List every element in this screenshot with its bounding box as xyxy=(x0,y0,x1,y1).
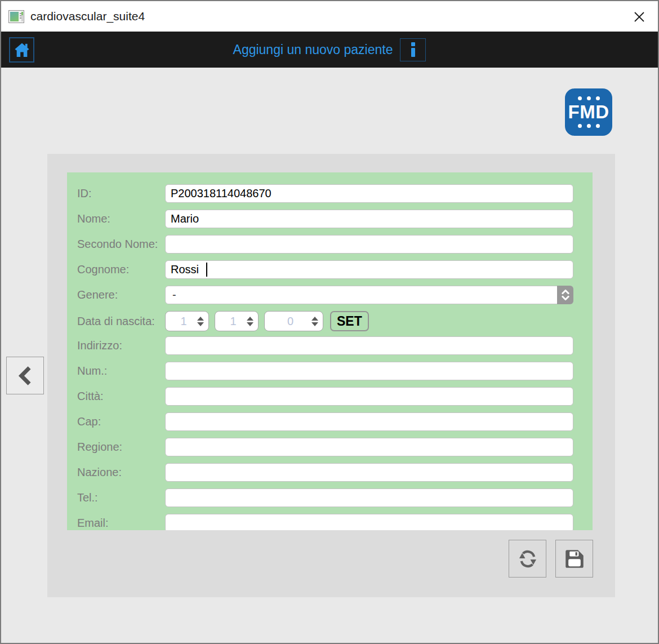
set-button[interactable]: SET xyxy=(330,311,369,331)
chevron-down-icon xyxy=(561,295,570,300)
fmd-logo: FMD xyxy=(565,88,612,136)
form-row-citta: Città: xyxy=(67,387,593,406)
app-window: cardiovascular_suite4 Aggiungi un nuovo … xyxy=(0,0,659,644)
cognome-input-wrap xyxy=(165,260,573,279)
patient-form: ID: Nome: Secondo Nome: Cognome: Genere: xyxy=(67,172,593,530)
header-bar: Aggiungi un nuovo paziente xyxy=(1,32,658,68)
secondo-nome-input[interactable] xyxy=(165,235,573,254)
logo-dots-bottom xyxy=(578,124,600,128)
form-row-nazione: Nazione: xyxy=(67,463,593,482)
page-title: Aggiungi un nuovo paziente xyxy=(233,42,393,57)
form-row-genere: Genere: - xyxy=(67,286,593,304)
chevron-up-icon xyxy=(561,290,570,295)
month-spinner[interactable]: 1 xyxy=(215,311,259,331)
email-input[interactable] xyxy=(165,514,573,530)
logo-dots-top xyxy=(578,96,600,100)
info-icon xyxy=(411,42,415,46)
genere-select[interactable]: - xyxy=(165,286,573,304)
header-center: Aggiungi un nuovo paziente xyxy=(1,32,658,68)
form-row-nome: Nome: xyxy=(67,210,593,228)
num-label: Num.: xyxy=(67,365,165,377)
form-row-data-nascita: Data di nascita: 1 1 0 SET xyxy=(67,311,593,331)
logo-text: FMD xyxy=(568,103,609,122)
regione-label: Regione: xyxy=(67,441,165,454)
citta-label: Città: xyxy=(67,390,165,403)
spinner-arrows-icon[interactable] xyxy=(311,317,318,326)
id-input[interactable] xyxy=(165,184,573,203)
close-icon xyxy=(633,10,646,24)
year-value: 0 xyxy=(269,315,311,328)
tel-label: Tel.: xyxy=(67,491,165,504)
content-panel: ID: Nome: Secondo Nome: Cognome: Genere: xyxy=(47,154,615,597)
form-row-tel: Tel.: xyxy=(67,488,593,507)
citta-input[interactable] xyxy=(165,387,573,406)
form-row-regione: Regione: xyxy=(67,438,593,456)
year-spinner[interactable]: 0 xyxy=(264,311,323,331)
form-row-cap: Cap: xyxy=(67,412,593,431)
cap-input[interactable] xyxy=(165,412,573,431)
secondo-nome-label: Secondo Nome: xyxy=(67,238,165,251)
title-bar: cardiovascular_suite4 xyxy=(1,1,658,32)
back-button[interactable] xyxy=(6,357,44,394)
day-value: 1 xyxy=(170,315,197,328)
cap-label: Cap: xyxy=(67,415,165,428)
cognome-input[interactable] xyxy=(165,260,573,279)
month-value: 1 xyxy=(220,315,247,328)
spinner-arrows-icon[interactable] xyxy=(197,317,204,326)
cognome-label: Cognome: xyxy=(67,263,165,276)
tel-input[interactable] xyxy=(165,488,573,507)
app-icon xyxy=(8,10,24,23)
form-row-email: Email: xyxy=(67,514,593,530)
form-row-secondo-nome: Secondo Nome: xyxy=(67,235,593,254)
nome-label: Nome: xyxy=(67,212,165,225)
genere-label: Genere: xyxy=(67,288,165,301)
regione-input[interactable] xyxy=(165,438,573,456)
indirizzo-label: Indirizzo: xyxy=(67,339,165,352)
id-label: ID: xyxy=(67,187,165,200)
save-icon xyxy=(563,547,586,571)
window-title: cardiovascular_suite4 xyxy=(30,10,145,23)
form-row-cognome: Cognome: xyxy=(67,260,593,279)
indirizzo-input[interactable] xyxy=(165,336,573,355)
spinner-arrows-icon[interactable] xyxy=(247,317,253,326)
refresh-icon xyxy=(516,547,540,571)
num-input[interactable] xyxy=(165,362,573,380)
form-row-id: ID: xyxy=(67,184,593,203)
select-spinner[interactable] xyxy=(557,286,573,304)
form-row-num: Num.: xyxy=(67,362,593,380)
text-caret xyxy=(206,263,207,277)
nazione-input[interactable] xyxy=(165,463,573,482)
refresh-button[interactable] xyxy=(509,540,546,578)
nome-input[interactable] xyxy=(165,210,573,228)
email-label: Email: xyxy=(67,517,165,530)
nazione-label: Nazione: xyxy=(67,466,165,479)
close-button[interactable] xyxy=(630,7,649,26)
form-row-indirizzo: Indirizzo: xyxy=(67,336,593,355)
save-button[interactable] xyxy=(555,540,593,578)
day-spinner[interactable]: 1 xyxy=(165,311,209,331)
data-nascita-label: Data di nascita: xyxy=(67,315,165,328)
genere-value: - xyxy=(172,288,176,301)
info-button[interactable] xyxy=(400,38,426,61)
chevron-left-icon xyxy=(16,365,35,387)
